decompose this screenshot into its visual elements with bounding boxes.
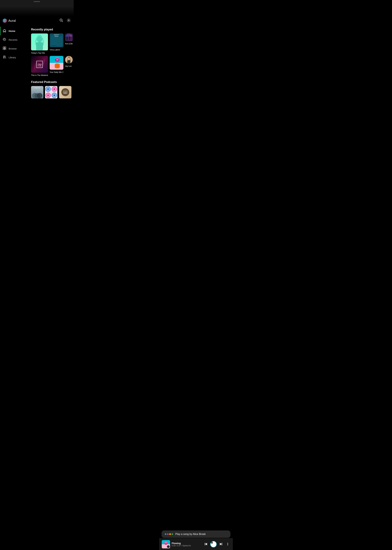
- sidebar-item-library[interactable]: Library: [0, 53, 29, 62]
- sidebar-browse-label: Browse: [9, 47, 17, 50]
- drag-handle[interactable]: [34, 1, 40, 2]
- sidebar-item-home[interactable]: Home: [0, 27, 29, 35]
- svg-rect-9: [5, 48, 6, 50]
- svg-point-47: [68, 57, 70, 58]
- svg-rect-7: [5, 47, 6, 48]
- album-name-top-hits: Today's Top Hits: [31, 52, 45, 54]
- svg-text:DESIGN: DESIGN: [55, 36, 58, 37]
- svg-text:CREATIVE: CREATIVE: [34, 87, 40, 88]
- album-item-top-hits[interactable]: Today's Top Hits: [31, 34, 48, 54]
- podcast-cover-circles: [45, 86, 57, 98]
- album-cover-are-be: [65, 34, 73, 41]
- svg-point-15: [36, 35, 42, 42]
- browse-icon: [3, 46, 7, 51]
- svg-point-24: [67, 37, 68, 38]
- app-header: ♪ Aural: [0, 16, 74, 25]
- sidebar-library-label: Library: [9, 56, 16, 59]
- album-cover-jay-los: [65, 56, 73, 63]
- app-logo-icon: ♪: [3, 18, 7, 23]
- app-title: Aural: [8, 19, 16, 23]
- svg-rect-25: [69, 37, 70, 40]
- settings-button[interactable]: [66, 18, 71, 23]
- album-name-weeknd: This is The Weeknd: [31, 74, 48, 76]
- svg-text:LOREM: LOREM: [37, 63, 42, 65]
- sidebar-home-label: Home: [9, 30, 15, 32]
- album-cover-daily-mix: H: [50, 56, 63, 70]
- svg-point-56: [37, 93, 42, 99]
- svg-point-4: [68, 20, 69, 21]
- svg-text:ABSTRACT: ABSTRACT: [54, 34, 59, 35]
- svg-point-22: [70, 35, 72, 37]
- svg-rect-49: [67, 60, 70, 63]
- album-item-viva-latino[interactable]: ABSTRACT DESIGN !Viva Latino!: [50, 34, 63, 54]
- sidebar-item-recents[interactable]: Recents: [0, 35, 29, 44]
- home-icon: [3, 29, 7, 33]
- svg-line-3: [62, 21, 63, 22]
- svg-point-67: [47, 94, 49, 96]
- svg-rect-50: [66, 58, 67, 61]
- settings-icon: [67, 19, 70, 22]
- svg-text:IPSUM.: IPSUM.: [37, 65, 42, 67]
- svg-point-64: [53, 88, 55, 90]
- svg-point-26: [69, 36, 70, 37]
- sidebar-item-browse[interactable]: Browse: [0, 44, 29, 53]
- album-name-daily-mix: Your Daily Mix 2: [50, 71, 63, 73]
- sidebar-recents-label: Recents: [9, 38, 17, 41]
- main-layout: Home Recents Browse Library Recently pla…: [0, 25, 74, 137]
- svg-point-21: [65, 35, 68, 37]
- svg-text:IPSUM.: IPSUM.: [64, 93, 66, 94]
- svg-text:H: H: [55, 60, 56, 61]
- svg-text:LOREM: LOREM: [64, 92, 67, 92]
- album-cover-viva-latino: ABSTRACT DESIGN: [50, 34, 63, 47]
- search-icon: [60, 19, 63, 22]
- search-button[interactable]: [59, 18, 64, 23]
- library-icon: [3, 55, 7, 60]
- svg-rect-8: [3, 48, 4, 50]
- podcasts-grid: CREATIVE: [31, 86, 71, 98]
- svg-point-38: [58, 59, 59, 61]
- featured-podcasts-title: Featured Podcasts: [31, 80, 71, 84]
- album-cover-weeknd: LOREM IPSUM.: [31, 56, 48, 73]
- top-overlay: [0, 0, 74, 16]
- album-item-jay-los[interactable]: Jay Los: [65, 56, 73, 77]
- podcast-cover-lorem: LOREM IPSUM.: [59, 86, 71, 98]
- album-item-are-be[interactable]: Are & Be: [65, 34, 73, 54]
- sidebar: Home Recents Browse Library: [0, 25, 29, 137]
- svg-point-48: [68, 58, 70, 60]
- podcast-cover-creative: CREATIVE: [31, 86, 43, 98]
- svg-rect-6: [3, 47, 4, 48]
- recents-icon: [3, 38, 7, 42]
- album-name-jay-los: Jay Los: [65, 65, 72, 67]
- svg-point-70: [53, 94, 55, 96]
- svg-point-61: [47, 88, 49, 90]
- podcast-item-circles[interactable]: [45, 86, 57, 98]
- svg-rect-40: [55, 64, 60, 68]
- recently-played-grid: Today's Top Hits: [31, 34, 71, 77]
- podcast-item-lorem[interactable]: LOREM IPSUM.: [59, 86, 71, 98]
- album-item-daily-mix[interactable]: H Your Daily Mix 2: [50, 56, 63, 77]
- svg-rect-14: [36, 42, 43, 50]
- album-name-viva-latino: !Viva Latino!: [50, 49, 60, 51]
- album-item-weeknd[interactable]: LOREM IPSUM. This is The Weeknd: [31, 56, 48, 77]
- podcast-item-creative[interactable]: CREATIVE: [31, 86, 43, 98]
- header-actions: [59, 18, 71, 23]
- main-content: Recently played: [29, 25, 74, 137]
- album-cover-top-hits: [31, 34, 48, 50]
- recently-played-title: Recently played: [31, 28, 71, 31]
- svg-text:♪: ♪: [4, 19, 6, 22]
- album-name-are-be: Are & Be: [65, 42, 73, 45]
- svg-rect-23: [67, 38, 68, 40]
- logo-area: ♪ Aural: [3, 18, 16, 23]
